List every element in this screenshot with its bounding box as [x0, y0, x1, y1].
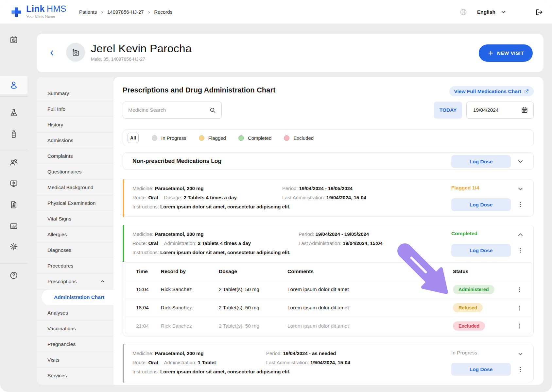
cell-dosage: 2 Tablet(s), 50 mg — [219, 305, 259, 311]
row-menu-button[interactable] — [515, 304, 524, 312]
card-menu-button[interactable] — [516, 200, 525, 209]
medicine-value: Paracetamol, 200 mg — [155, 186, 203, 191]
nav-item-full-info[interactable]: Full Info — [37, 101, 113, 117]
flagged-status-dot — [199, 135, 204, 141]
nav-item-history[interactable]: History — [37, 117, 113, 133]
card-menu-button[interactable] — [516, 246, 525, 254]
nav-item-procedures[interactable]: Procedures — [37, 258, 113, 274]
workstation-monitor-icon[interactable] — [9, 179, 18, 188]
help-question-icon[interactable] — [9, 271, 18, 280]
route-value: Oral — [148, 240, 158, 246]
chevron-down-icon — [517, 158, 524, 165]
last-administration-value: 19/04/2024, 15:04 — [310, 360, 350, 365]
nav-item-visits[interactable]: Visits — [37, 352, 113, 368]
breadcrumb-separator: › — [148, 9, 150, 15]
nav-item-diagnoses[interactable]: Diagnoses — [37, 242, 113, 258]
nav-item-label: Vaccinations — [47, 326, 76, 332]
medication-period-details: Period: 19/04/2024 - 19/05/2024 Last Adm… — [282, 184, 366, 202]
today-button[interactable]: TODAY — [434, 102, 462, 119]
instructions-label: Instructions: — [132, 204, 159, 209]
flagged-accent-bar — [123, 179, 124, 217]
reports-chart-icon[interactable] — [9, 222, 18, 231]
nav-item-allergies[interactable]: Allergies — [37, 227, 113, 242]
logout-button[interactable] — [535, 8, 543, 16]
row-menu-button[interactable] — [515, 286, 524, 294]
expand-card-button[interactable] — [516, 185, 525, 193]
status-filter-bar: All In Progress Flagged Completed Exclud… — [123, 129, 534, 146]
in-progress-status-dot — [152, 135, 157, 141]
filter-excluded[interactable]: Excluded — [284, 135, 314, 141]
chevron-down-icon — [501, 9, 506, 15]
log-dose-button[interactable]: Log Dose — [451, 198, 511, 211]
nav-item-medical-background[interactable]: Medical Background — [37, 180, 113, 195]
record-nav-panel: Summary Full Info History Admissions Com… — [37, 77, 113, 385]
breadcrumb-separator: › — [101, 9, 103, 15]
table-header-row: Time Record by Dosage Comments Status — [125, 263, 531, 280]
breadcrumb-patients[interactable]: Patients — [79, 9, 97, 15]
brand-name-bold: Link — [26, 4, 45, 14]
language-selector[interactable]: English — [477, 0, 506, 24]
view-full-medications-link[interactable]: View Full Medications Chart — [449, 86, 534, 96]
external-link-icon — [524, 89, 529, 94]
pharmacy-bottle-icon[interactable] — [9, 130, 18, 139]
patient-photo-upload[interactable] — [66, 43, 85, 62]
completed-status-dot — [238, 135, 244, 141]
collapse-card-button[interactable] — [516, 230, 525, 239]
patient-name: Jerel Kevin Parocha — [91, 42, 192, 55]
view-full-medications-label: View Full Medications Chart — [454, 89, 521, 94]
log-dose-button[interactable]: Log Dose — [451, 244, 511, 257]
cell-dosage: 2 Tablet(s), 50 mg — [219, 323, 259, 329]
instructions-value: Lorem ipsum dolor sit amet, consectetur … — [160, 250, 290, 255]
billing-invoice-icon[interactable] — [9, 201, 18, 209]
appointments-calendar-icon[interactable] — [9, 36, 18, 44]
nav-item-summary[interactable]: Summary — [37, 86, 113, 101]
nav-item-complaints[interactable]: Complaints — [37, 148, 113, 164]
nav-item-prescriptions[interactable]: Prescriptions — [37, 274, 113, 289]
laboratory-flask-icon[interactable] — [9, 108, 18, 117]
filter-in-progress[interactable]: In Progress — [152, 135, 186, 141]
cell-time: 18:04 — [136, 305, 149, 311]
expand-panel-button[interactable] — [516, 157, 525, 166]
nav-item-vital-signs[interactable]: Vital Signs — [37, 211, 113, 227]
breadcrumb-patient-id[interactable]: 14097856-HJ-27 — [107, 9, 144, 15]
nav-item-label: Summary — [47, 90, 69, 96]
new-visit-button[interactable]: NEW VISIT — [479, 44, 533, 62]
log-dose-button[interactable]: Log Dose — [451, 155, 511, 168]
medication-card-completed: Medicine: Paracetamol, 200 mg Route: Ora… — [123, 225, 534, 336]
card-menu-button[interactable] — [516, 365, 525, 374]
settings-gear-icon[interactable] — [9, 242, 18, 251]
filter-flagged[interactable]: Flagged — [199, 135, 226, 141]
non-prescribed-log-panel: Non-prescribed Medications Log Log Dose — [123, 152, 534, 170]
filter-all-chip[interactable]: All — [128, 133, 139, 143]
rail-divider — [0, 263, 27, 264]
log-dose-button[interactable]: Log Dose — [451, 363, 511, 376]
medicine-search-box — [123, 102, 222, 119]
nav-item-label: Pregnancies — [47, 341, 76, 347]
nav-item-analyses[interactable]: Analyses — [37, 305, 113, 321]
nav-item-administration-chart-active[interactable]: Administration Chart — [42, 289, 113, 305]
filter-completed[interactable]: Completed — [238, 135, 272, 141]
nav-item-pregnancies[interactable]: Pregnancies — [37, 336, 113, 352]
patients-person-icon[interactable] — [9, 81, 18, 90]
nav-item-questionnaires[interactable]: Questionnaires — [37, 164, 113, 180]
nav-item-services[interactable]: Services — [37, 368, 113, 384]
last-administration-value: 19/04/2024, 15:04 — [343, 240, 383, 246]
staff-people-icon[interactable] — [9, 158, 18, 167]
date-picker-field[interactable]: 19/04/2024 — [466, 102, 534, 119]
route-label: Route: — [132, 360, 147, 365]
back-button[interactable] — [48, 49, 56, 57]
app-logo[interactable] — [10, 6, 23, 19]
app-window: Link HMS Your Clinic Name Patients › 140… — [0, 0, 552, 392]
row-menu-button[interactable] — [515, 322, 524, 330]
table-row-excluded: 21:04 Rick Sanchez 2 Tablet(s), 50 mg Lo… — [125, 317, 531, 335]
instructions-value: Lorem ipsum dolor sit amet, consectetur … — [160, 204, 290, 209]
nav-item-vaccinations[interactable]: Vaccinations — [37, 321, 113, 336]
expand-card-button[interactable] — [516, 350, 525, 358]
filter-label: Completed — [248, 135, 272, 141]
nav-item-admissions[interactable]: Admissions — [37, 133, 113, 148]
medicine-search-input[interactable] — [128, 107, 209, 113]
screenshot-stage: Link HMS Your Clinic Name Patients › 140… — [0, 0, 552, 392]
nav-item-physical-examination[interactable]: Physical Examination — [37, 195, 113, 211]
medicine-label: Medicine: — [132, 351, 153, 356]
search-icon[interactable] — [209, 107, 216, 114]
